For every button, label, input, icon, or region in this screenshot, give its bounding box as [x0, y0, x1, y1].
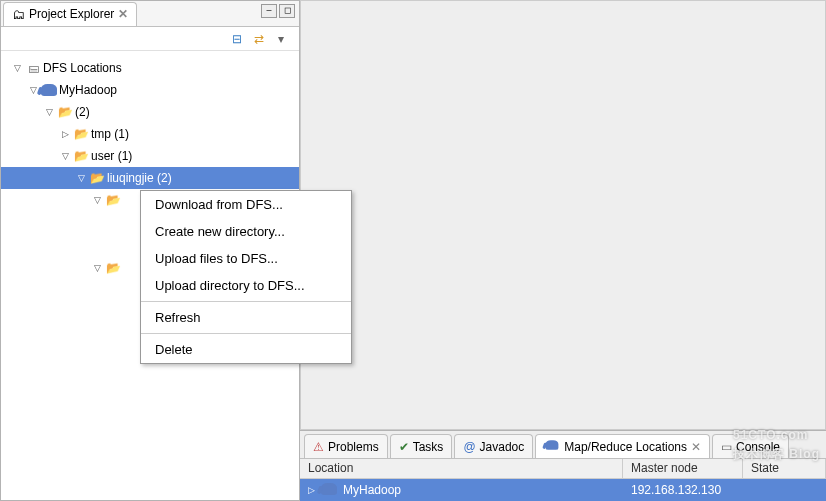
menu-upload-files[interactable]: Upload files to DFS... — [141, 245, 351, 272]
chevron-down-icon[interactable]: ▽ — [91, 194, 103, 206]
tree-label: (2) — [75, 105, 90, 119]
row-master: 192.168.132.130 — [623, 481, 743, 499]
minimize-button[interactable]: – — [261, 4, 277, 18]
column-location[interactable]: Location — [300, 459, 623, 478]
chevron-down-icon[interactable]: ▽ — [43, 106, 55, 118]
tree-label: user (1) — [91, 149, 132, 163]
view-toolbar: ⊟ ⇄ ▾ — [1, 27, 299, 51]
tree-node-tmp[interactable]: ▷ tmp (1) — [1, 123, 299, 145]
console-icon: ▭ — [721, 440, 732, 454]
editor-area — [300, 0, 826, 430]
chevron-right-icon[interactable]: ▷ — [59, 128, 71, 140]
javadoc-icon: @ — [463, 440, 475, 454]
tree-node-dfs-locations[interactable]: ▽ DFS Locations — [1, 57, 299, 79]
tree-node-root-folder[interactable]: ▽ (2) — [1, 101, 299, 123]
context-menu: Download from DFS... Create new director… — [140, 190, 352, 364]
chevron-down-icon[interactable]: ▽ — [59, 150, 71, 162]
chevron-down-icon[interactable]: ▽ — [11, 62, 23, 74]
tab-javadoc[interactable]: @ Javadoc — [454, 434, 533, 458]
tasks-icon: ✔ — [399, 440, 409, 454]
menu-refresh[interactable]: Refresh — [141, 304, 351, 331]
tree-node-liuqingjie[interactable]: ▽ liuqingjie (2) — [1, 167, 299, 189]
chevron-right-icon[interactable]: ▷ — [308, 485, 315, 495]
menu-delete[interactable]: Delete — [141, 336, 351, 363]
menu-separator — [141, 301, 351, 302]
folder-open-icon — [73, 126, 89, 142]
editor-and-bottom: ⚠ Problems ✔ Tasks @ Javadoc Map/Reduce … — [300, 0, 826, 501]
column-state[interactable]: State — [743, 459, 826, 478]
link-editor-icon[interactable]: ⇄ — [251, 31, 267, 47]
tab-tasks[interactable]: ✔ Tasks — [390, 434, 453, 458]
chevron-down-icon[interactable]: ▽ — [75, 172, 87, 184]
row-location: MyHadoop — [343, 483, 401, 497]
tab-label: Console — [736, 440, 780, 454]
problems-icon: ⚠ — [313, 440, 324, 454]
project-explorer-tab[interactable]: Project Explorer ✕ — [3, 2, 137, 26]
elephant-icon — [41, 82, 57, 98]
chevron-down-icon[interactable]: ▽ — [91, 262, 103, 274]
maximize-button[interactable]: ◻ — [279, 4, 295, 18]
tree-label: tmp (1) — [91, 127, 129, 141]
tree-node-user[interactable]: ▽ user (1) — [1, 145, 299, 167]
tree-node-myhadoop[interactable]: ▽ MyHadoop — [1, 79, 299, 101]
tab-label: Javadoc — [480, 440, 525, 454]
row-state — [743, 488, 826, 492]
tree-label: liuqingjie (2) — [107, 171, 172, 185]
tab-label: Tasks — [413, 440, 444, 454]
tab-mapreduce-locations[interactable]: Map/Reduce Locations ✕ — [535, 434, 710, 458]
mapreduce-icon — [544, 439, 560, 454]
menu-separator — [141, 333, 351, 334]
close-icon[interactable]: ✕ — [118, 7, 128, 21]
tree-label: DFS Locations — [43, 61, 122, 75]
tree-label: MyHadoop — [59, 83, 117, 97]
table-header: Location Master node State — [300, 459, 826, 479]
view-tab-bar: Project Explorer ✕ – ◻ — [1, 1, 299, 27]
tab-label: Problems — [328, 440, 379, 454]
close-icon[interactable]: ✕ — [691, 440, 701, 454]
folder-open-icon — [89, 170, 105, 186]
table-row[interactable]: ▷ MyHadoop 192.168.132.130 — [300, 479, 826, 501]
view-menu-icon[interactable]: ▾ — [273, 31, 289, 47]
folder-open-icon — [105, 192, 121, 208]
column-master[interactable]: Master node — [623, 459, 743, 478]
tab-label: Map/Reduce Locations — [564, 440, 687, 454]
tab-console[interactable]: ▭ Console — [712, 434, 789, 458]
folder-open-icon — [57, 104, 73, 120]
drive-icon — [25, 60, 41, 76]
elephant-icon — [321, 483, 337, 498]
view-title: Project Explorer — [29, 7, 114, 21]
menu-upload-directory[interactable]: Upload directory to DFS... — [141, 272, 351, 299]
project-explorer-icon — [12, 7, 25, 22]
folder-open-icon — [73, 148, 89, 164]
menu-create-new-directory[interactable]: Create new directory... — [141, 218, 351, 245]
tab-problems[interactable]: ⚠ Problems — [304, 434, 388, 458]
folder-open-icon — [105, 260, 121, 276]
bottom-tab-bar: ⚠ Problems ✔ Tasks @ Javadoc Map/Reduce … — [300, 431, 826, 459]
menu-download-from-dfs[interactable]: Download from DFS... — [141, 191, 351, 218]
bottom-pane: ⚠ Problems ✔ Tasks @ Javadoc Map/Reduce … — [300, 430, 826, 501]
collapse-all-icon[interactable]: ⊟ — [229, 31, 245, 47]
